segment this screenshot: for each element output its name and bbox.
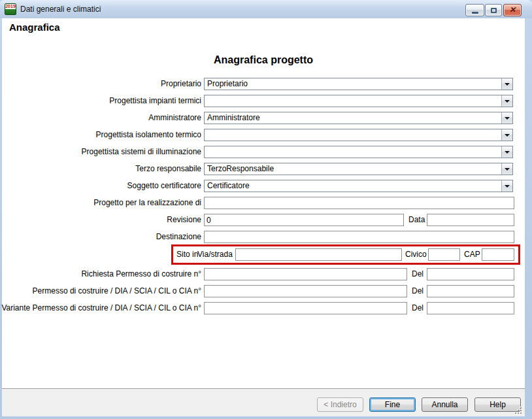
minimize-button[interactable]	[465, 4, 484, 16]
field-label: Progettista impianti termici	[109, 95, 201, 107]
field-label: Progetto per la realizzazione di	[93, 197, 201, 209]
field-label: Amministratore	[148, 112, 201, 124]
close-icon: ✕	[504, 5, 521, 14]
chevron-down-icon[interactable]	[501, 78, 512, 90]
row-proprietario: Proprietario Proprietario	[2, 78, 525, 90]
form-title: Anagrafica progetto	[2, 54, 525, 66]
field-label: Permesso di costruire / DIA / SCIA / CIL…	[33, 285, 201, 297]
row-sito-in: Sito in Via/strada Civico CAP	[2, 248, 525, 261]
cap-label: CAP	[464, 248, 480, 261]
row-amministratore: Amministratore Amministratore	[2, 112, 525, 124]
civico-label: Civico	[405, 248, 427, 261]
cancel-button[interactable]: Annulla	[422, 397, 468, 412]
permesso-costruire-del-input[interactable]	[427, 285, 514, 297]
richiesta-permesso-del-input[interactable]	[427, 268, 514, 280]
field-label: Destinazione	[156, 231, 201, 243]
via-strada-input[interactable]	[235, 248, 402, 261]
resize-grip-icon[interactable]	[514, 407, 522, 414]
chevron-down-icon[interactable]	[501, 129, 512, 141]
combo-value: Certificatore	[207, 180, 250, 192]
combo-amministratore[interactable]: Amministratore	[204, 112, 513, 124]
richiesta-permesso-input[interactable]	[204, 268, 407, 280]
row-richiesta-permesso: Richiesta Permesso di costruire n° Del	[2, 268, 525, 280]
row-progettista-impianti: Progettista impianti termici	[2, 95, 525, 107]
field-label: Progettista isolamento termico	[96, 129, 201, 141]
app-logo-2019-icon: 2019	[5, 3, 16, 15]
via-strada-label: Via/strada	[197, 248, 233, 261]
app-logo-year: 2019	[5, 4, 16, 9]
sito-in-label: Sito in	[176, 248, 198, 261]
row-permesso-costruire: Permesso di costruire / DIA / SCIA / CIL…	[2, 285, 525, 297]
field-label: Soggetto certificatore	[127, 180, 201, 192]
del-label: Del	[412, 268, 424, 280]
dialog-window: 2019 Dati generali e climatici ✕ Anagraf…	[0, 0, 532, 419]
minimize-icon	[472, 12, 478, 14]
maximize-icon	[491, 8, 497, 13]
button-bar: < Indietro Fine Annulla Help	[2, 388, 525, 416]
row-soggetto-certificatore: Soggetto certificatore Certificatore	[2, 180, 525, 192]
combo-proprietario[interactable]: Proprietario	[204, 78, 513, 90]
chevron-down-icon[interactable]	[501, 112, 512, 124]
chevron-down-icon[interactable]	[501, 180, 512, 192]
variante-permesso-del-input[interactable]	[427, 302, 514, 314]
dialog-body: Anagrafica Anagrafica progetto Proprieta…	[2, 18, 525, 416]
combo-value: Amministratore	[207, 112, 260, 124]
field-label: Richiesta Permesso di costruire n°	[81, 268, 201, 280]
chevron-down-icon[interactable]	[501, 146, 512, 158]
row-progettista-isolamento: Progettista isolamento termico	[2, 129, 525, 141]
back-button[interactable]: < Indietro	[317, 397, 363, 412]
combo-value: Proprietario	[207, 78, 248, 90]
civico-input[interactable]	[428, 248, 460, 261]
combo-value: TerzoResponsabile	[207, 163, 274, 175]
data-input[interactable]	[427, 214, 514, 226]
page-title: Anagrafica	[9, 22, 60, 33]
row-destinazione: Destinazione	[2, 231, 525, 243]
field-label: Proprietario	[161, 78, 201, 90]
revisione-input[interactable]	[204, 214, 404, 226]
cap-input[interactable]	[482, 248, 514, 261]
variante-permesso-input[interactable]	[204, 302, 407, 314]
del-label: Del	[412, 302, 424, 314]
close-button[interactable]: ✕	[503, 4, 522, 16]
row-progettista-illuminazione: Progettista sistemi di illuminazione	[2, 146, 525, 158]
row-variante-permesso: Variante Permesso di costruire / DIA / S…	[2, 302, 525, 314]
row-terzo-responsabile: Terzo responsabile TerzoResponsabile	[2, 163, 525, 175]
chevron-down-icon[interactable]	[501, 163, 512, 175]
field-label: Revisione	[167, 214, 201, 226]
title-bar[interactable]: 2019 Dati generali e climatici ✕	[0, 0, 532, 18]
window-title: Dati generali e climatici	[20, 0, 101, 18]
field-label: Terzo responsabile	[135, 163, 201, 175]
combo-progettista-isolamento-termico[interactable]	[204, 129, 513, 141]
combo-progettista-impianti-termici[interactable]	[204, 95, 513, 107]
field-label: Variante Permesso di costruire / DIA / S…	[1, 302, 201, 314]
combo-progettista-sistemi-illuminazione[interactable]	[204, 146, 513, 158]
finish-button[interactable]: Fine	[369, 397, 416, 412]
field-label: Progettista sistemi di illuminazione	[82, 146, 201, 158]
row-progetto: Progetto per la realizzazione di	[2, 197, 525, 209]
maximize-button[interactable]	[485, 4, 502, 16]
destinazione-input[interactable]	[204, 231, 514, 243]
del-label: Del	[412, 285, 424, 297]
data-label: Data	[408, 214, 425, 226]
chevron-down-icon[interactable]	[501, 95, 512, 107]
row-revisione: Revisione Data	[2, 214, 525, 226]
combo-soggetto-certificatore[interactable]: Certificatore	[204, 180, 513, 192]
permesso-costruire-input[interactable]	[204, 285, 407, 297]
progetto-input[interactable]	[204, 197, 514, 209]
combo-terzo-responsabile[interactable]: TerzoResponsabile	[204, 163, 513, 175]
